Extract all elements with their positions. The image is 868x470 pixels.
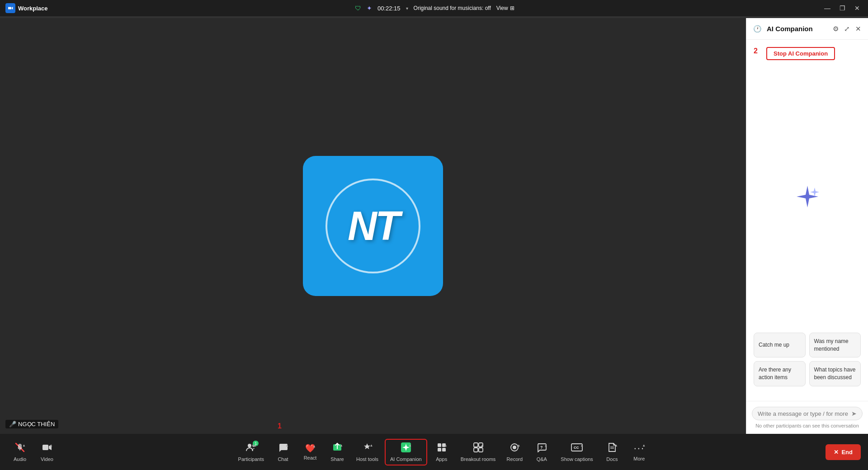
maximize-button[interactable]: ❐: [837, 3, 848, 14]
close-button[interactable]: ✕: [852, 3, 863, 14]
share-tool[interactable]: ▲ Share: [325, 440, 350, 465]
timer-dropdown[interactable]: ▾: [406, 6, 408, 11]
message-input[interactable]: [758, 410, 849, 417]
no-participants-note: No other participants can see this conve…: [752, 423, 863, 428]
panel-header: 🕐 AI Companion ⚙ ⤢ ✕: [746, 18, 868, 40]
audio-tool[interactable]: ▲ Audio: [7, 440, 33, 465]
hosttools-icon-wrapper: ▲: [362, 442, 372, 455]
aicompanion-tool[interactable]: ▲ AI Companion: [385, 439, 427, 465]
apps-label: Apps: [436, 456, 447, 462]
aicompanion-icon-wrapper: ▲: [401, 442, 411, 455]
suggestion-topics-discussed[interactable]: What topics have been discussed: [809, 361, 861, 386]
mic-muted-icon: 🎤: [9, 421, 16, 428]
avatar-initials: NT: [348, 206, 398, 246]
svg-point-18: [513, 446, 516, 449]
showcaptions-label: Show captions: [561, 456, 593, 462]
participants-icon-wrapper: 1 ▲: [246, 442, 256, 455]
svg-rect-9: [438, 443, 441, 447]
panel-close-button[interactable]: ✕: [854, 24, 863, 34]
react-icon-wrapper: ❤️ ▲: [305, 443, 315, 453]
hosttools-label: Host tools: [356, 456, 378, 462]
more-icon-wrapper: ··· ▲: [634, 442, 645, 454]
participant-name: NGỌC THIÊN: [18, 421, 55, 428]
showcaptions-tool[interactable]: CC ▲ Show captions: [556, 440, 598, 465]
video-tool[interactable]: ▲ Video: [34, 440, 60, 465]
docs-label: Docs: [606, 456, 618, 462]
svg-text:CC: CC: [574, 446, 579, 450]
suggestion-name-mentioned[interactable]: Was my name mentioned: [809, 333, 861, 358]
end-label: End: [841, 449, 853, 456]
suggestion-action-items[interactable]: Are there any action items: [754, 361, 806, 386]
title-bar-center: 🛡 ✦ 00:22:15 ▾ Original sound for musici…: [355, 5, 514, 12]
showcaptions-icon-wrapper: CC ▲: [571, 442, 583, 455]
breakoutrooms-tool[interactable]: ▲ Breakout rooms: [456, 440, 500, 465]
qa-chevron: ▲: [544, 443, 547, 447]
react-label: React: [304, 455, 317, 461]
svg-text:?: ?: [540, 445, 543, 450]
apps-tool[interactable]: ▲ Apps: [429, 440, 454, 465]
video-area: NT 🎤 NGỌC THIÊN: [0, 18, 746, 434]
panel-popout-button[interactable]: ⤢: [843, 24, 851, 34]
participant-avatar: NT: [303, 156, 443, 296]
suggestion-catch-me-up[interactable]: Catch me up: [754, 333, 806, 358]
panel-history-button[interactable]: 🕐: [752, 24, 763, 34]
audio-icon-wrapper: ▲: [15, 442, 25, 455]
participant-label: 🎤 NGỌC THIÊN: [5, 420, 58, 428]
breakoutrooms-label: Breakout rooms: [461, 456, 496, 462]
zoom-logo-icon: [5, 3, 15, 13]
record-chevron: ▲: [517, 443, 520, 447]
react-tool[interactable]: ❤️ ▲ React: [297, 441, 323, 463]
docs-icon-wrapper: ▲: [607, 442, 617, 455]
share-icon-wrapper: ▲: [332, 442, 342, 455]
right-panel: 🕐 AI Companion ⚙ ⤢ ✕ 2 Stop AI Companion: [746, 18, 868, 434]
svg-rect-12: [442, 448, 446, 451]
title-bar-left: Workplace: [5, 3, 48, 13]
hosttools-tool[interactable]: ▲ Host tools: [352, 440, 383, 465]
shield-icon: 🛡: [355, 5, 361, 12]
panel-header-left: 🕐 AI Companion: [752, 24, 813, 34]
record-tool[interactable]: ▲ Record: [502, 440, 527, 465]
zoom-logo-text: Workplace: [18, 5, 48, 12]
more-tool[interactable]: ··· ▲ More: [627, 440, 652, 464]
record-icon-wrapper: ▲: [509, 442, 519, 455]
svg-point-5: [248, 444, 251, 447]
docs-tool[interactable]: ▲ Docs: [599, 440, 625, 465]
title-bar: Workplace 🛡 ✦ 00:22:15 ▾ Original sound …: [0, 0, 868, 16]
hosttools-chevron: ▲: [370, 443, 373, 447]
participants-tool[interactable]: 1 ▲ Participants: [234, 440, 269, 465]
stop-ai-companion-button[interactable]: Stop AI Companion: [766, 47, 835, 60]
message-input-row: ➤: [752, 407, 863, 420]
qa-icon-wrapper: ? ▲: [537, 442, 547, 455]
avatar-circle: NT: [326, 179, 420, 273]
svg-rect-15: [474, 448, 478, 452]
qa-tool[interactable]: ? ▲ Q&A: [529, 440, 554, 465]
suggestion-grid: Catch me up Was my name mentioned Are th…: [754, 333, 861, 386]
view-button[interactable]: View ⊞: [496, 5, 514, 11]
toolbar-right: ✕ End: [826, 444, 861, 460]
avatar-inner: NT: [303, 156, 443, 296]
showcaptions-chevron: ▲: [580, 443, 584, 447]
stop-companion-row: 2 Stop AI Companion: [754, 47, 861, 60]
minimize-button[interactable]: —: [821, 3, 833, 14]
send-button[interactable]: ➤: [851, 410, 857, 417]
panel-settings-button[interactable]: ⚙: [831, 24, 840, 34]
svg-rect-16: [479, 448, 483, 452]
share-label: Share: [330, 456, 344, 462]
star-icon: ✦: [367, 5, 372, 12]
video-chevron: ▲: [49, 443, 53, 447]
qa-label: Q&A: [537, 456, 547, 462]
end-button[interactable]: ✕ End: [826, 444, 861, 460]
bottom-toolbar: ▲ Audio ▲ Video 1 ▲ Parti: [0, 434, 868, 470]
video-icon-wrapper: ▲: [42, 442, 52, 455]
grid-icon: ⊞: [510, 5, 514, 11]
record-label: Record: [507, 456, 523, 462]
chat-tool[interactable]: ▲ Chat: [270, 440, 296, 465]
docs-chevron: ▲: [614, 443, 618, 447]
zoom-logo: Workplace: [5, 3, 48, 13]
panel-title: AI Companion: [767, 25, 813, 33]
panel-content: 2 Stop AI Companion Catch me up Was my n…: [746, 40, 868, 401]
react-chevron: ▲: [312, 444, 316, 448]
aicompanion-label: AI Companion: [390, 456, 422, 462]
more-label: More: [633, 456, 645, 461]
apps-chevron: ▲: [444, 443, 448, 447]
